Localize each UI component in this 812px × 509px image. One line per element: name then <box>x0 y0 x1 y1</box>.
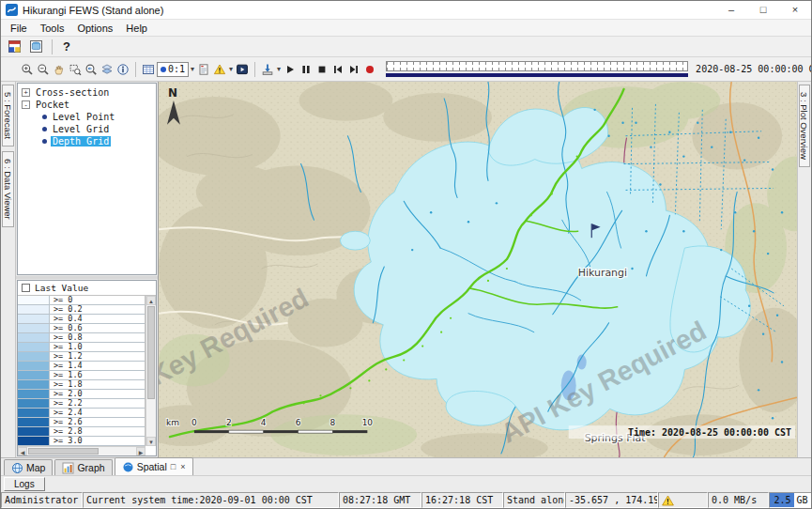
legend-vertical-scrollbar[interactable]: ▲ ▼ <box>146 296 156 446</box>
help-button[interactable]: ? <box>58 38 75 56</box>
interval-value: 0:1 <box>168 64 185 74</box>
window-controls: – □ × <box>715 1 811 19</box>
chevron-down-icon[interactable]: ▾ <box>276 65 282 73</box>
chevron-down-icon[interactable]: ▾ <box>228 65 234 73</box>
tree-node-level-grid[interactable]: Level Grid <box>18 123 156 135</box>
collapse-icon[interactable]: - <box>22 100 30 109</box>
pause-icon[interactable] <box>299 60 314 79</box>
warning-filter-icon[interactable] <box>212 60 227 79</box>
expand-icon[interactable]: + <box>22 88 30 97</box>
current-timestep-label: 2020-08-25 00:00:00 CST <box>696 64 812 74</box>
bullet-icon <box>42 127 47 131</box>
interval-combo[interactable]: 0:1 <box>157 62 189 77</box>
export-icon[interactable] <box>260 60 275 79</box>
status-mode: Stand alone <box>503 492 565 508</box>
menu-bar: File Tools Options Help <box>1 20 811 37</box>
main-toolbar: ? <box>1 37 811 57</box>
tree-node-level-point[interactable]: Level Point <box>18 111 156 123</box>
menu-tools[interactable]: Tools <box>34 21 71 36</box>
status-gmt-time: 08:27:18 GMT <box>339 492 421 508</box>
tab-label: Spatial <box>137 461 167 472</box>
zoom-in-icon[interactable] <box>20 60 35 79</box>
status-coordinates: -35.657 , 174.199 <box>565 492 658 508</box>
document-icon[interactable] <box>196 60 211 79</box>
scrollbar-thumb[interactable] <box>28 448 99 455</box>
sidebar-tab-plot-overview[interactable]: 3 : Plot Overview <box>799 85 810 167</box>
toolbar-separator <box>52 39 53 54</box>
tab-map[interactable]: Map <box>4 459 53 475</box>
zoom-out-icon[interactable] <box>36 60 51 79</box>
stop-icon[interactable] <box>314 60 329 79</box>
legend-horizontal-scrollbar[interactable]: ◀ ▶ <box>18 446 146 455</box>
grid-display-icon[interactable] <box>141 60 156 79</box>
legend-threshold-label: >= 1.2 <box>50 352 83 361</box>
database-icon[interactable] <box>26 38 46 56</box>
logs-button[interactable]: Logs <box>4 477 45 491</box>
timeline-ticks[interactable] <box>386 61 688 71</box>
legend-color-swatch <box>18 315 50 323</box>
tree-node-label[interactable]: Level Point <box>51 112 116 122</box>
skip-to-start-icon[interactable] <box>330 60 345 79</box>
scrollbar-thumb[interactable] <box>147 306 155 399</box>
close-tab-icon[interactable]: × <box>179 463 186 471</box>
layers-icon[interactable] <box>100 60 115 79</box>
bottom-tab-bar: Map Graph Spatial □ × <box>1 457 811 475</box>
warning-icon <box>662 495 674 506</box>
timeline-range-bar <box>386 73 688 77</box>
tab-graph[interactable]: Graph <box>54 459 112 475</box>
scroll-left-icon[interactable]: ◀ <box>18 447 27 455</box>
explorer-icon[interactable] <box>5 38 24 56</box>
record-icon[interactable] <box>362 60 377 79</box>
menu-help[interactable]: Help <box>119 21 154 36</box>
legend-color-swatch <box>18 390 50 398</box>
tree-node-label[interactable]: Cross-section <box>34 87 111 98</box>
sidebar-tab-data-viewer[interactable]: 6 : Data Viewer <box>2 151 14 227</box>
zoom-box-icon[interactable] <box>68 60 83 79</box>
timeline-slider[interactable] <box>386 61 688 78</box>
maximize-button[interactable]: □ <box>747 1 779 19</box>
legend-color-swatch <box>18 333 50 342</box>
status-warning[interactable] <box>658 492 708 508</box>
interval-dot-icon <box>161 67 166 72</box>
window-title: Hikurangi FEWS (Stand alone) <box>23 5 163 16</box>
tree-node-pocket[interactable]: - Pocket <box>18 99 156 111</box>
menu-options[interactable]: Options <box>70 21 119 36</box>
legend-header-label: Last Value <box>35 283 88 293</box>
legend-color-swatch <box>18 305 50 314</box>
menu-file[interactable]: File <box>4 21 34 36</box>
tree-node-cross-section[interactable]: + Cross-section <box>18 86 156 99</box>
last-value-checkbox[interactable] <box>22 284 30 292</box>
scroll-right-icon[interactable]: ▶ <box>136 447 146 455</box>
info-icon[interactable] <box>115 60 130 79</box>
legend-threshold-label: >= 2.0 <box>50 390 83 398</box>
tree-node-depth-grid[interactable]: Depth Grid <box>18 135 156 147</box>
legend-threshold-label: >= 2.2 <box>50 399 83 408</box>
pan-hand-icon[interactable] <box>52 60 67 79</box>
legend-row: >= 3.0 <box>18 437 145 446</box>
tree-node-label[interactable]: Level Grid <box>51 124 111 134</box>
map-canvas[interactable]: API Key Required API Key Required Hikura… <box>159 82 797 457</box>
tree-node-label[interactable]: Pocket <box>34 100 71 110</box>
legend-color-swatch <box>18 296 50 304</box>
previous-zoom-icon[interactable] <box>84 60 99 79</box>
scroll-up-icon[interactable]: ▲ <box>146 296 156 305</box>
legend-color-swatch <box>18 427 50 436</box>
panel-splitter[interactable] <box>16 276 158 279</box>
scale-tick-label: 4 <box>261 418 267 427</box>
minimize-button[interactable]: – <box>715 1 747 19</box>
skip-to-end-icon[interactable] <box>346 60 361 79</box>
status-system-time: Current system time:2020-09-01 00:00 CST <box>83 492 339 508</box>
close-button[interactable]: × <box>779 1 811 19</box>
chevron-down-icon[interactable]: ▾ <box>190 65 195 73</box>
status-download-rate: 0.0 MB/s <box>708 492 769 508</box>
sidebar-tab-forecast[interactable]: 5 : Forecast <box>2 85 14 147</box>
animation-icon[interactable] <box>235 60 250 79</box>
tab-spatial[interactable]: Spatial □ × <box>115 457 194 475</box>
undock-tab-icon[interactable]: □ <box>170 463 176 471</box>
place-label-hikurangi: Hikurangi <box>578 267 627 279</box>
map-toolbar: 0:1 ▾ ▾ ▾ <box>1 57 811 82</box>
legend-color-swatch <box>18 352 50 361</box>
play-icon[interactable] <box>283 60 298 79</box>
scroll-down-icon[interactable]: ▼ <box>146 437 156 446</box>
tree-node-label[interactable]: Depth Grid <box>51 136 111 147</box>
